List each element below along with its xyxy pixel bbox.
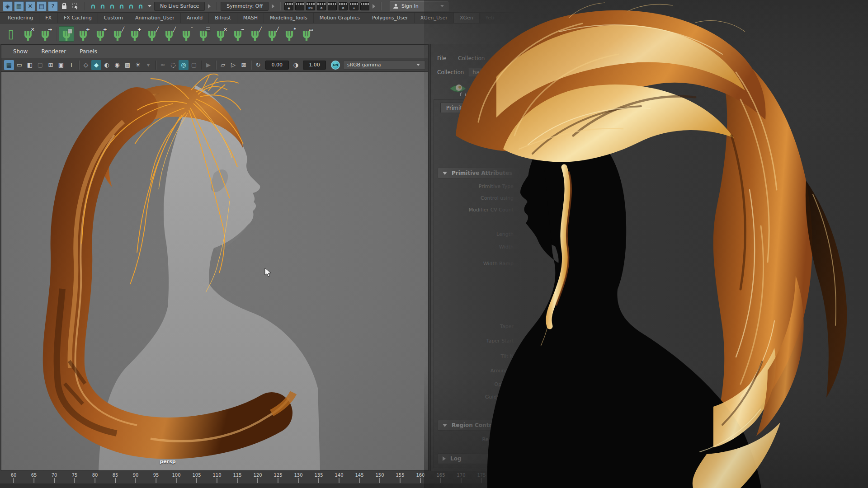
resolution-gate-icon[interactable]: ◧	[25, 60, 35, 70]
slider-groove[interactable]	[593, 341, 634, 342]
primitive-type-dropdown[interactable]: Spline	[520, 183, 535, 189]
sign-in-caret-icon[interactable]	[440, 5, 444, 7]
field-chart-icon[interactable]: ⊞	[46, 60, 56, 70]
image-plane-icon[interactable]: ⊠	[239, 60, 249, 70]
width-field[interactable]: 0.1000	[520, 243, 588, 251]
ipr-render-icon[interactable]: IPR	[306, 2, 315, 10]
width-ramp-widget[interactable]: R	[520, 255, 572, 297]
default-material-icon[interactable]: ◉	[112, 60, 122, 70]
preview-eye-caret-icon[interactable]	[473, 89, 476, 91]
select-tool-icon[interactable]: ▶	[203, 60, 213, 70]
viewport-3d-canvas[interactable]: persp	[1, 72, 428, 470]
symmetry-field[interactable]: Symmetry: Off	[221, 2, 269, 11]
time-slider[interactable]: 6065707580859095100105110115120125130135…	[0, 471, 868, 488]
tilt-n-field[interactable]: 0.0000	[520, 352, 588, 361]
length-brush-icon[interactable]: ψ╱	[247, 25, 263, 42]
slider-groove[interactable]	[593, 326, 634, 328]
comb-brush-icon[interactable]: ψ╱	[144, 25, 160, 42]
taper-start-field[interactable]: 0.0000	[520, 337, 588, 345]
colorspace-dropdown[interactable]: sRGB gamma	[343, 61, 425, 70]
checker-icon[interactable]: ▩	[123, 60, 132, 70]
slider-groove[interactable]	[593, 371, 634, 372]
slider-groove[interactable]	[593, 234, 634, 235]
sculpt-sparkle-icon[interactable]: ψ*	[281, 25, 297, 42]
slider-groove[interactable]	[593, 439, 634, 441]
select-object-icon[interactable]	[71, 1, 80, 11]
gate-mask-icon[interactable]: ▢	[35, 60, 45, 70]
slider-groove[interactable]	[593, 210, 634, 211]
grid-icon[interactable]: ▦	[4, 60, 14, 70]
taper-field[interactable]: 0.0000	[520, 323, 588, 331]
snap-viewplane-icon[interactable]: ∩	[127, 1, 136, 11]
preview-eye-icon[interactable]	[449, 81, 467, 98]
section-log[interactable]: Log	[438, 453, 750, 464]
section-expand-icon[interactable]	[373, 4, 375, 9]
lights-icon[interactable]: ☀	[133, 60, 143, 70]
xray-icon[interactable]: ◎	[179, 60, 189, 70]
wireframe-icon[interactable]: ◇	[81, 60, 91, 70]
snap-options-caret-icon[interactable]	[148, 5, 151, 7]
exposure-field[interactable]: 0.00	[265, 61, 289, 70]
snap-point-icon[interactable]: ∩	[108, 1, 117, 11]
add-guide-icon[interactable]: ψ+	[92, 25, 108, 42]
rake-brush-icon[interactable]: ψ☰	[195, 25, 212, 42]
hierarchy-mask-icon[interactable]: ◈	[3, 1, 13, 11]
checkbox[interactable]	[510, 141, 516, 147]
range-slider-strip[interactable]	[0, 483, 868, 488]
fog-icon[interactable]: ≈	[158, 60, 168, 70]
render-setup-icon[interactable]: ⚙	[339, 2, 348, 10]
lock-icon[interactable]	[59, 1, 69, 11]
checkbox-checked[interactable]: ✓	[510, 129, 516, 135]
safe-action-icon[interactable]: ▣	[56, 60, 66, 70]
width-brush-icon[interactable]: ψ╱	[264, 25, 280, 42]
create-description-icon[interactable]: ψ+	[75, 25, 91, 42]
exposure-icon[interactable]: ↻	[253, 60, 263, 70]
smooth-brush-icon[interactable]: ψ╱	[161, 25, 177, 42]
checkbox[interactable]	[510, 116, 516, 122]
noise-brush-icon[interactable]: ψ~	[230, 25, 246, 42]
display-checkbox[interactable]: ✓	[520, 381, 526, 387]
render-current-frame-icon[interactable]	[295, 2, 304, 10]
file-page-icon[interactable]: ▯	[3, 25, 19, 42]
export-guides-icon[interactable]: ψ→	[37, 25, 53, 42]
snap-projected-center-icon[interactable]: ∩	[117, 1, 126, 11]
xgen-editor-icon[interactable]: ψ▦	[59, 26, 74, 42]
interpolation-label[interactable]: Interpolation	[520, 310, 552, 316]
pause-icon[interactable]	[360, 2, 369, 10]
around-n-field[interactable]: 0.0000	[520, 367, 588, 375]
color-management-toggle[interactable]: ON	[331, 61, 340, 70]
textured-icon[interactable]: ◐	[102, 60, 112, 70]
section-primitive-attributes[interactable]: Primitive Attributes	[438, 168, 750, 178]
slider-groove[interactable]	[593, 356, 634, 357]
live-surface-field[interactable]: No Live Surface	[154, 2, 205, 11]
tab-preview-output[interactable]: Preview/Outp	[492, 103, 539, 113]
slider-groove[interactable]	[593, 247, 634, 248]
set-length-button[interactable]: Set Length	[520, 405, 588, 415]
gamma-field[interactable]: 1.00	[303, 61, 326, 70]
render-view-icon[interactable]: ◉	[284, 2, 293, 10]
safe-title-icon[interactable]: T	[66, 60, 76, 70]
motion-blur-icon[interactable]: ◌	[168, 60, 178, 70]
tab-primitives[interactable]: Primitives	[440, 103, 479, 113]
place-guides-brush-icon[interactable]: ψ+	[127, 25, 143, 42]
isolate-icon[interactable]: ▢	[189, 60, 199, 70]
preview-hide-caret-icon[interactable]	[506, 89, 510, 91]
region-mask-field[interactable]: 0.0	[520, 436, 588, 444]
film-gate-icon[interactable]: ▭	[14, 60, 24, 70]
length-field[interactable]: 1.0000	[520, 230, 588, 239]
component-mask-icon[interactable]: ✕	[25, 1, 35, 11]
cut-brush-icon[interactable]: ψ✕	[212, 25, 229, 42]
snap-grid-icon[interactable]: ∩	[89, 1, 98, 11]
smooth-shade-icon[interactable]: ◆	[91, 60, 101, 70]
hypershade-icon[interactable]	[328, 2, 337, 10]
groom-brush-icon[interactable]: ψ╱	[109, 25, 126, 42]
snap-curve-icon[interactable]: ∩	[98, 1, 107, 11]
uniform-checkbox[interactable]: ✓	[520, 218, 526, 224]
preview-hide-icon[interactable]	[482, 81, 500, 98]
create-description-plus-icon[interactable]: +ψ	[516, 83, 531, 96]
delete-guides-icon[interactable]: ψ✕	[20, 25, 36, 42]
rebuild-button[interactable]: Rebuild	[520, 393, 588, 402]
section-expand-icon[interactable]	[272, 4, 274, 9]
bookmark-icon[interactable]: ▷	[228, 60, 238, 70]
highlight-mask-icon[interactable]: ?	[48, 1, 58, 11]
